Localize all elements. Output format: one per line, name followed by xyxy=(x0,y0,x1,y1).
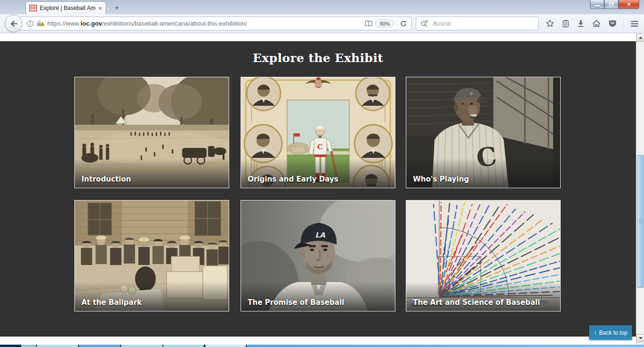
card-label: Who's Playing xyxy=(413,175,469,183)
card-art-and-science-of-baseball[interactable]: Good Gap Power hittin Both Ways The Art … xyxy=(406,200,561,311)
zoom-level-badge[interactable]: 90% xyxy=(375,19,394,27)
new-tab-button[interactable]: + xyxy=(111,3,123,12)
windows-taskbar[interactable] xyxy=(0,345,644,347)
card-at-the-ballpark[interactable]: At the Ballpark xyxy=(74,200,229,311)
pocket-icon[interactable] xyxy=(608,19,617,27)
start-orb[interactable] xyxy=(0,345,21,347)
taskbar-button[interactable] xyxy=(79,345,121,347)
back-to-top-label: Back to top xyxy=(599,329,627,336)
explore-section: Explore the Exhibit xyxy=(0,41,636,337)
url-text[interactable]: https://www.loc.gov/exhibitions/baseball… xyxy=(47,20,362,27)
tab-close-icon[interactable]: ✕ xyxy=(98,6,102,11)
divider xyxy=(397,19,397,28)
scroll-up-button[interactable] xyxy=(636,34,644,42)
scroll-up-icon xyxy=(639,37,643,39)
back-to-top-button[interactable]: ↑ Back to top xyxy=(589,325,632,340)
taskbar-button[interactable] xyxy=(206,345,246,347)
minimize-icon xyxy=(595,5,600,7)
title-bar: Explore | Baseball America... ✕ + ✕ xyxy=(0,0,644,15)
url-bar[interactable]: https://www.loc.gov/exhibitions/baseball… xyxy=(15,17,411,30)
jersey-letter: C xyxy=(317,143,323,151)
card-label: Origins and Early Days xyxy=(248,175,338,183)
reader-mode-icon[interactable] xyxy=(365,20,373,27)
restore-icon xyxy=(609,2,614,7)
bookmark-star-icon[interactable] xyxy=(546,19,555,28)
loc-favicon-icon xyxy=(29,4,37,12)
search-input[interactable] xyxy=(432,20,535,27)
mixed-content-lock-icon[interactable] xyxy=(36,20,45,27)
downloads-icon[interactable] xyxy=(577,19,585,27)
taskbar-button[interactable] xyxy=(163,345,204,347)
taskbar-active-window[interactable] xyxy=(247,345,644,347)
browser-tab[interactable]: Explore | Baseball America... ✕ xyxy=(26,1,106,14)
taskbar-button[interactable] xyxy=(121,345,163,347)
scroll-down-icon xyxy=(639,337,643,339)
search-bar[interactable] xyxy=(416,17,539,30)
card-label: The Promise of Baseball xyxy=(248,298,344,307)
back-button[interactable] xyxy=(5,15,22,32)
divider xyxy=(623,19,624,28)
back-arrow-icon xyxy=(9,19,18,28)
card-label: At the Ballpark xyxy=(81,298,142,307)
browser-window: Explore | Baseball America... ✕ + ✕ http… xyxy=(0,0,644,347)
search-icon[interactable] xyxy=(420,19,429,27)
page-title: Explore the Exhibit xyxy=(0,51,636,65)
navigation-toolbar: https://www.loc.gov/exhibitions/baseball… xyxy=(0,14,644,33)
url-prefix: https://www. xyxy=(47,20,80,27)
taskbar-button[interactable] xyxy=(21,345,36,347)
window-controls: ✕ xyxy=(590,0,639,9)
scrollbar-thumb[interactable] xyxy=(637,155,644,288)
restore-button[interactable] xyxy=(604,0,618,9)
card-introduction[interactable]: Introduction xyxy=(74,77,229,188)
url-path: /exhibitions/baseball-americana/about-th… xyxy=(102,20,247,27)
vertical-scrollbar[interactable] xyxy=(636,34,644,345)
close-icon: ✕ xyxy=(626,1,631,8)
page-info-icon[interactable] xyxy=(27,20,34,27)
reload-icon[interactable] xyxy=(400,20,407,27)
tab-title: Explore | Baseball America... xyxy=(40,5,96,11)
scroll-down-button[interactable] xyxy=(636,334,644,342)
menu-hamburger-icon[interactable] xyxy=(630,20,639,27)
home-icon[interactable] xyxy=(592,19,601,27)
card-whos-playing[interactable]: C Who's Playing xyxy=(406,77,561,188)
card-label: Introduction xyxy=(81,175,131,183)
url-domain: loc.gov xyxy=(80,20,102,27)
taskbar-button[interactable] xyxy=(37,345,79,347)
card-label: The Art and Science of Baseball xyxy=(413,298,540,307)
card-origins-and-early-days[interactable]: C xyxy=(241,77,395,188)
scrollbar-grip xyxy=(638,219,642,223)
cap-monogram: LA xyxy=(315,231,325,239)
page-viewport: Explore the Exhibit xyxy=(0,34,636,345)
up-arrow-icon: ↑ xyxy=(594,329,597,336)
card-the-promise-of-baseball[interactable]: LA The Promise of Baseball xyxy=(241,200,395,311)
bookmarks-menu-icon[interactable] xyxy=(562,19,570,28)
close-button[interactable]: ✕ xyxy=(618,0,639,9)
toolbar-buttons xyxy=(546,19,639,28)
minimize-button[interactable] xyxy=(590,0,604,9)
